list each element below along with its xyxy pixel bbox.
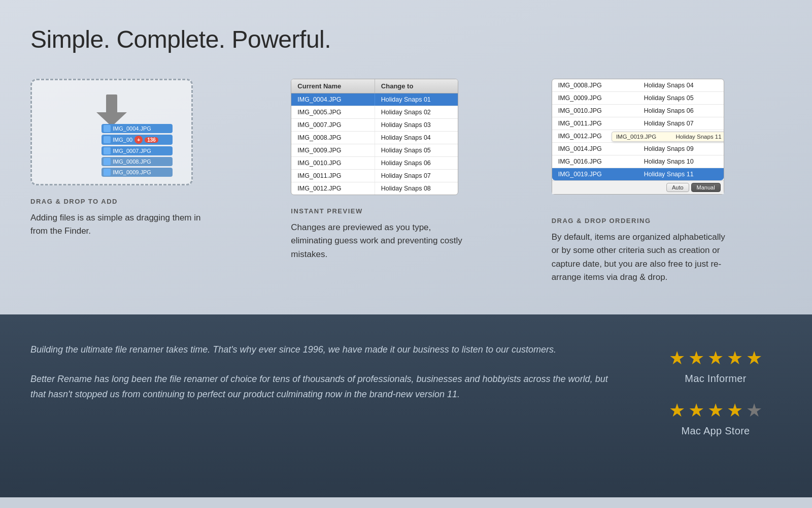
feature-desc-order: By default, items are organized alphabet… bbox=[552, 231, 734, 284]
table-row: IMG_0004.JPG Holiday Snaps 01 bbox=[291, 93, 458, 106]
cell-change: Holiday Snaps 04 bbox=[375, 132, 458, 144]
cell-change: Holiday Snaps 08 bbox=[375, 182, 458, 195]
cell-current: IMG_0005.JPG bbox=[291, 106, 375, 118]
cell-change: Holiday Snaps 03 bbox=[375, 119, 458, 131]
feature-drag-drop: IMG_0004.JPG IMG_00 + 136 IMG_0007.JPG bbox=[30, 79, 260, 238]
file-name: IMG_0007.JPG bbox=[113, 148, 151, 154]
table-row: IMG_0014.JPG Holiday Snaps 09 bbox=[552, 143, 724, 155]
bottom-quote: Building the ultimate file renamer takes… bbox=[30, 342, 609, 358]
cell-current: IMG_0009.JPG bbox=[552, 92, 638, 104]
cell-change: Holiday Snaps 06 bbox=[375, 157, 458, 169]
cell-change: Holiday Snaps 04 bbox=[638, 79, 724, 91]
cell-change: Holiday Snaps 07 bbox=[638, 117, 724, 130]
feature-drag-order: IMG_0008.JPG Holiday Snaps 04 IMG_0009.J… bbox=[552, 79, 782, 284]
star-4: ★ bbox=[727, 400, 743, 421]
table-row: IMG_0011.JPG Holiday Snaps 07 bbox=[552, 117, 724, 130]
ratings-column: ★ ★ ★ ★ ★ Mac Informer ★ ★ ★ ★ ★ Mac App… bbox=[650, 342, 782, 437]
table-row: IMG_0008.JPG Holiday Snaps 04 bbox=[552, 79, 724, 92]
list-item: IMG_0008.JPG bbox=[101, 157, 173, 166]
star-5: ★ bbox=[746, 400, 762, 421]
list-item: IMG_00 + 136 bbox=[101, 135, 173, 145]
cell-current: IMG_0019.JPG bbox=[552, 168, 638, 180]
col-current-name: Current Name bbox=[291, 79, 375, 93]
preview-table: Current Name Change to IMG_0004.JPG Holi… bbox=[291, 79, 458, 195]
cell-change: Holiday Snaps 10 bbox=[638, 155, 724, 168]
star-2: ★ bbox=[688, 400, 704, 421]
cell-change: Holiday Snaps 01 bbox=[375, 93, 458, 106]
feature-desc-preview: Changes are previewed as you type, elimi… bbox=[291, 221, 473, 261]
list-item: IMG_0009.JPG bbox=[101, 168, 173, 177]
file-icon bbox=[104, 147, 111, 154]
file-name: IMG_0008.JPG bbox=[113, 158, 151, 165]
table-row: IMG_0010.JPG Holiday Snaps 06 bbox=[291, 157, 458, 170]
file-icon bbox=[104, 169, 111, 176]
file-name: IMG_0004.JPG bbox=[113, 125, 151, 132]
cell-change: Holiday Snaps 02 bbox=[375, 106, 458, 118]
feature-label-drag-drop: DRAG & DROP TO ADD bbox=[30, 198, 118, 205]
tooltip: IMG_0019.JPG Holiday Snaps 11 bbox=[612, 132, 724, 142]
table-row: IMG_0005.JPG Holiday Snaps 02 bbox=[291, 106, 458, 119]
auto-button[interactable]: Auto bbox=[666, 183, 689, 192]
table-row: IMG_0007.JPG Holiday Snaps 03 bbox=[291, 119, 458, 132]
star-5: ★ bbox=[746, 347, 762, 369]
drop-box: IMG_0004.JPG IMG_00 + 136 IMG_0007.JPG bbox=[30, 79, 193, 185]
cell-current: IMG_0011.JPG bbox=[291, 170, 375, 182]
cell-change: Holiday Snaps 05 bbox=[638, 92, 724, 104]
cell-current: IMG_0011.JPG bbox=[552, 117, 638, 130]
star-2: ★ bbox=[688, 347, 704, 369]
plus-badge: + bbox=[134, 136, 143, 144]
file-name: IMG_0009.JPG bbox=[113, 169, 151, 175]
table-row: IMG_0009.JPG Holiday Snaps 05 bbox=[552, 92, 724, 105]
cell-current: IMG_0004.JPG bbox=[291, 93, 375, 106]
bottom-text: Building the ultimate file renamer takes… bbox=[30, 342, 609, 402]
star-4: ★ bbox=[727, 347, 743, 369]
file-icon bbox=[104, 158, 111, 165]
file-items-list: IMG_0004.JPG IMG_00 + 136 IMG_0007.JPG bbox=[101, 124, 173, 177]
features-row: IMG_0004.JPG IMG_00 + 136 IMG_0007.JPG bbox=[30, 79, 782, 284]
bottom-section: Building the ultimate file renamer takes… bbox=[0, 314, 812, 497]
feature-label-order: DRAG & DROP ORDERING bbox=[552, 217, 651, 225]
auto-manual-bar: Auto Manual bbox=[552, 180, 724, 194]
cell-current: IMG_0007.JPG bbox=[291, 119, 375, 131]
list-item: IMG_0007.JPG bbox=[101, 146, 173, 155]
cell-change: Holiday Snaps 05 bbox=[375, 144, 458, 156]
star-3: ★ bbox=[707, 400, 724, 421]
star-1: ★ bbox=[669, 400, 685, 421]
star-1: ★ bbox=[669, 347, 685, 369]
feature-label-preview: INSTANT PREVIEW bbox=[291, 207, 362, 215]
cell-current: IMG_0009.JPG bbox=[291, 144, 375, 156]
table-row: IMG_0016.JPG Holiday Snaps 10 bbox=[552, 155, 724, 168]
count-badge: 136 bbox=[145, 137, 158, 143]
cell-current: IMG_0016.JPG bbox=[552, 155, 638, 168]
col-change-to: Change to bbox=[375, 79, 458, 93]
table-row: IMG_0011.JPG Holiday Snaps 07 bbox=[291, 170, 458, 182]
feature-instant-preview: Current Name Change to IMG_0004.JPG Holi… bbox=[291, 79, 521, 261]
file-icon bbox=[104, 125, 111, 132]
rating-mac-informer: ★ ★ ★ ★ ★ Mac Informer bbox=[669, 347, 762, 385]
rating-label-informer: Mac Informer bbox=[685, 373, 746, 385]
rating-mac-app-store: ★ ★ ★ ★ ★ Mac App Store bbox=[669, 400, 762, 437]
manual-button[interactable]: Manual bbox=[691, 183, 721, 192]
top-section: Simple. Complete. Powerful. IMG_0004.JPG… bbox=[0, 0, 812, 314]
cell-change: Holiday Snaps 07 bbox=[375, 170, 458, 182]
headline: Simple. Complete. Powerful. bbox=[30, 25, 782, 53]
rating-label-appstore: Mac App Store bbox=[681, 425, 750, 437]
cell-current: IMG_0010.JPG bbox=[552, 105, 638, 117]
table-row: IMG_0012.JPG Holiday Snaps 08 bbox=[291, 182, 458, 195]
table-row: IMG_0008.JPG Holiday Snaps 04 bbox=[291, 132, 458, 144]
feature-desc-drag-drop: Adding files is as simple as dragging th… bbox=[30, 211, 213, 238]
table-row: IMG_0009.JPG Holiday Snaps 05 bbox=[291, 144, 458, 157]
cell-change: Holiday Snaps 11 bbox=[638, 168, 724, 180]
cell-current: IMG_0008.JPG bbox=[291, 132, 375, 144]
cell-current: IMG_0010.JPG bbox=[291, 157, 375, 169]
stars-mac-informer: ★ ★ ★ ★ ★ bbox=[669, 347, 762, 369]
order-table-inner: IMG_0008.JPG Holiday Snaps 04 IMG_0009.J… bbox=[552, 79, 724, 180]
cell-change: Holiday Snaps 09 bbox=[638, 143, 724, 155]
table-header: Current Name Change to bbox=[291, 79, 458, 93]
star-3: ★ bbox=[707, 347, 724, 369]
cell-change: Holiday Snaps 06 bbox=[638, 105, 724, 117]
bottom-description: Better Rename has long been the file ren… bbox=[30, 372, 609, 402]
order-table-container: IMG_0008.JPG Holiday Snaps 04 IMG_0009.J… bbox=[552, 79, 724, 205]
file-icon bbox=[104, 136, 111, 143]
cell-current: IMG_0008.JPG bbox=[552, 79, 638, 91]
